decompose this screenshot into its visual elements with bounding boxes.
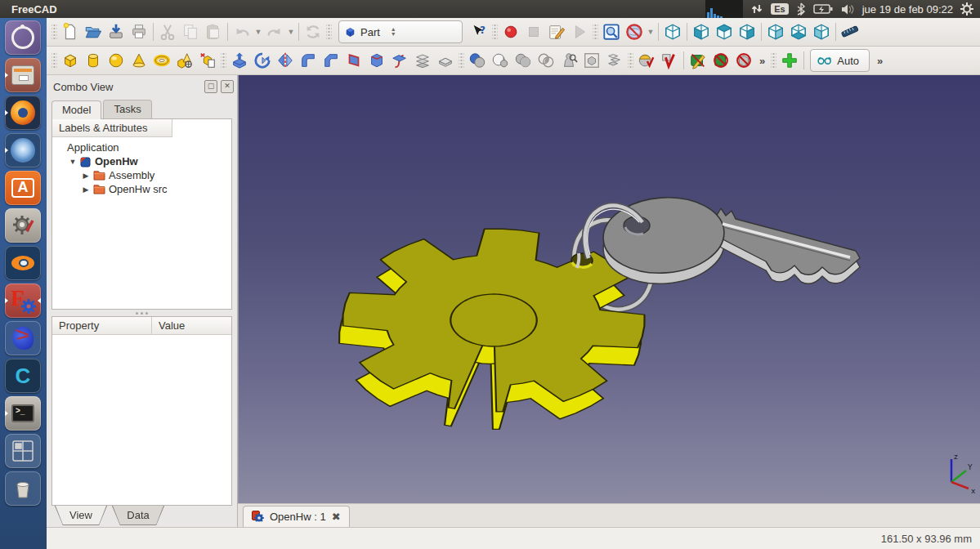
toolbar-overflow-indicator[interactable]: » — [755, 55, 769, 67]
twisty-down-icon[interactable]: ▼ — [69, 158, 77, 166]
defeaturing-button[interactable] — [687, 49, 709, 72]
tree-item-openhw-src[interactable]: ▶OpenHw src — [54, 182, 230, 196]
macro-play-button[interactable] — [568, 20, 591, 43]
dock-float-button[interactable]: ▢ — [204, 80, 217, 93]
tree-item-application[interactable]: Application — [54, 141, 230, 154]
dock-splitter[interactable] — [47, 310, 237, 316]
twisty-right-icon[interactable]: ▶ — [82, 172, 90, 180]
open-document-button[interactable] — [82, 20, 105, 43]
toolbar-drag-handle[interactable] — [771, 51, 776, 69]
tree-item-openhw[interactable]: ▼OpenHw — [54, 154, 230, 168]
auto-constraint-button[interactable]: Auto — [810, 49, 870, 72]
macro-edit-button[interactable] — [545, 20, 568, 43]
check-geometry-button[interactable] — [635, 49, 658, 72]
macro-record-button[interactable] — [499, 20, 522, 43]
view-bottom-button[interactable] — [787, 20, 810, 43]
workbench-spinner[interactable]: ▲▼ — [384, 27, 396, 37]
mdi-tab-close-icon[interactable]: ✖ — [332, 511, 341, 523]
property-column-header[interactable]: Property — [52, 317, 152, 334]
validate-shape-button[interactable] — [658, 49, 681, 72]
boolean-cut-button[interactable] — [489, 49, 512, 72]
toolbar-drag-handle[interactable] — [51, 51, 57, 69]
workbench-selector[interactable]: Part▲▼ — [338, 20, 463, 43]
toolbar-drag-handle[interactable] — [593, 23, 598, 41]
twisty-right-icon[interactable]: ▶ — [82, 185, 90, 194]
mirror-button[interactable] — [274, 49, 297, 72]
undo-button[interactable] — [230, 20, 253, 43]
toolbar-drag-handle[interactable] — [492, 23, 498, 41]
extrude-button[interactable] — [228, 49, 251, 72]
offset-button[interactable] — [434, 49, 457, 72]
remove-feature-button[interactable] — [709, 49, 732, 72]
tab-model[interactable]: Model — [51, 100, 101, 119]
toolbar-drag-handle[interactable] — [51, 23, 57, 41]
view-front-button[interactable] — [690, 20, 713, 43]
cross-sections-button[interactable] — [411, 49, 434, 72]
launcher-meshlab[interactable] — [5, 321, 41, 355]
bottom-tab-data[interactable]: Data — [112, 506, 164, 525]
fillet-button[interactable] — [297, 49, 320, 72]
ruled-surface-button[interactable] — [342, 49, 365, 72]
redo-button[interactable] — [263, 20, 286, 43]
boolean-union-button[interactable] — [512, 49, 535, 72]
launcher-ubuntu-dash[interactable] — [5, 20, 41, 55]
part-sphere-button[interactable] — [105, 49, 128, 72]
part-torus-button[interactable] — [150, 49, 173, 72]
chamfer-button[interactable] — [320, 49, 342, 72]
dock-close-button[interactable]: ✕ — [221, 80, 234, 93]
updown-arrows-icon[interactable] — [750, 2, 763, 16]
bluetooth-icon[interactable] — [796, 2, 806, 16]
launcher-cura[interactable]: C — [5, 359, 41, 393]
launcher-terminal[interactable]: >_ — [5, 396, 41, 431]
view-left-button[interactable] — [810, 20, 833, 43]
shape-info-button[interactable] — [557, 49, 580, 72]
make-compound-button[interactable] — [580, 49, 603, 72]
launcher-freecad[interactable]: F — [5, 283, 41, 318]
new-document-button[interactable] — [59, 20, 82, 43]
boolean-intersection-button[interactable] — [535, 49, 557, 72]
battery-icon[interactable] — [813, 3, 833, 15]
part-cylinder-button[interactable] — [82, 49, 105, 72]
view-axonometric-button[interactable] — [661, 20, 684, 43]
undo-dropdown-arrow[interactable]: ▼ — [253, 20, 263, 43]
3d-viewport[interactable]: z Y x — [238, 75, 980, 503]
system-load-graph-icon[interactable] — [705, 0, 743, 18]
launcher-chromium[interactable] — [5, 133, 41, 167]
print-button[interactable] — [128, 20, 150, 43]
part-primitives-button[interactable] — [173, 49, 196, 72]
toolbar-overflow-indicator[interactable]: » — [873, 55, 887, 67]
paste-button[interactable] — [202, 20, 225, 43]
copy-button[interactable] — [179, 20, 202, 43]
launcher-blender[interactable] — [5, 246, 41, 280]
macro-stop-button[interactable] — [522, 20, 545, 43]
session-gear-icon[interactable] — [960, 2, 973, 16]
launcher-trash[interactable] — [5, 471, 41, 506]
fit-all-button[interactable] — [600, 20, 623, 43]
launcher-software-center[interactable]: A — [5, 171, 41, 205]
whats-this-button[interactable]: ? — [468, 20, 490, 43]
volume-icon[interactable] — [840, 3, 855, 16]
sweep-button[interactable] — [388, 49, 411, 72]
draw-style-button[interactable] — [623, 20, 646, 43]
clock[interactable]: jue 19 de feb 09:22 — [862, 3, 953, 16]
launcher-file-manager[interactable] — [5, 58, 41, 92]
save-document-button[interactable] — [105, 20, 128, 43]
draw-style-dropdown-arrow[interactable]: ▼ — [646, 20, 656, 43]
tab-tasks[interactable]: Tasks — [103, 100, 151, 118]
key-model[interactable] — [601, 194, 860, 288]
cut-button[interactable] — [156, 20, 179, 43]
mdi-tab-openhw[interactable]: OpenHw : 1 ✖ — [243, 506, 350, 527]
refresh-button[interactable] — [302, 20, 324, 43]
launcher-firefox[interactable] — [5, 96, 41, 130]
view-top-button[interactable] — [713, 20, 736, 43]
measure-distance-button[interactable] — [839, 20, 861, 43]
revolve-button[interactable] — [251, 49, 274, 72]
view-rear-button[interactable] — [764, 20, 787, 43]
toolbar-drag-handle[interactable] — [326, 23, 332, 41]
toolbar-drag-handle[interactable] — [221, 51, 226, 69]
boolean-button[interactable] — [466, 49, 489, 72]
labels-attributes-header[interactable]: Labels & Attributes — [52, 119, 172, 137]
split-shape-button[interactable] — [603, 49, 626, 72]
launcher-workspace-switcher[interactable] — [5, 434, 41, 468]
value-column-header[interactable]: Value — [152, 317, 191, 334]
